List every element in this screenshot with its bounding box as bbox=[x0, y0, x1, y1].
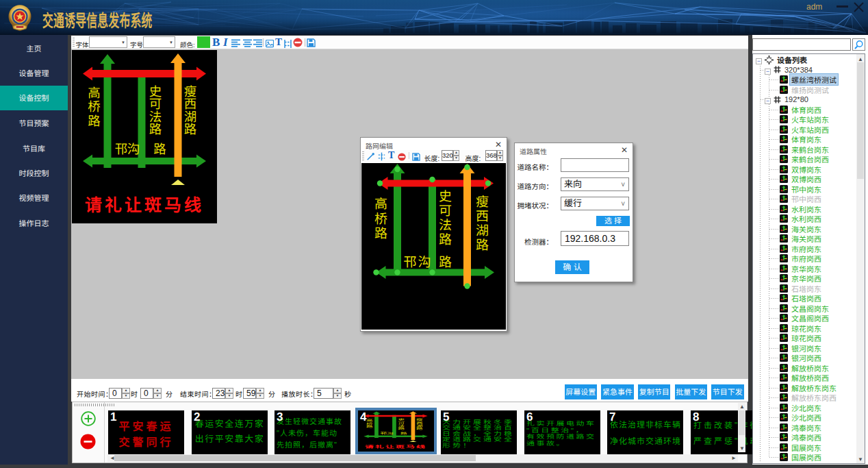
svg-text:路: 路 bbox=[183, 122, 196, 136]
svg-text:湖: 湖 bbox=[476, 223, 489, 238]
svg-text:可: 可 bbox=[439, 204, 452, 218]
svg-text:路: 路 bbox=[400, 432, 407, 435]
svg-text:桥: 桥 bbox=[374, 211, 387, 225]
svg-text:请礼让斑马线: 请礼让斑马线 bbox=[84, 195, 203, 214]
svg-text:路: 路 bbox=[149, 122, 162, 136]
svg-text:桥: 桥 bbox=[88, 99, 101, 114]
svg-text:路: 路 bbox=[476, 238, 489, 252]
svg-text:路: 路 bbox=[374, 226, 387, 241]
svg-text:路: 路 bbox=[153, 142, 166, 156]
svg-text:路: 路 bbox=[366, 425, 373, 428]
svg-text:路: 路 bbox=[439, 232, 452, 247]
svg-text:请礼让斑马线: 请礼让斑马线 bbox=[365, 445, 426, 449]
svg-text:西: 西 bbox=[476, 209, 489, 223]
svg-text:路: 路 bbox=[439, 254, 452, 269]
svg-text:高: 高 bbox=[88, 86, 101, 100]
svg-text:邗: 邗 bbox=[114, 142, 127, 156]
svg-text:路: 路 bbox=[398, 427, 405, 430]
svg-text:高: 高 bbox=[366, 419, 373, 422]
svg-text:沟: 沟 bbox=[127, 142, 140, 156]
svg-text:路: 路 bbox=[88, 114, 101, 128]
svg-text:史: 史 bbox=[439, 189, 452, 204]
svg-text:沟: 沟 bbox=[387, 432, 394, 435]
svg-text:邗: 邗 bbox=[403, 254, 416, 269]
svg-text:法: 法 bbox=[439, 218, 452, 232]
svg-text:邗: 邗 bbox=[381, 432, 387, 435]
svg-text:沟: 沟 bbox=[418, 254, 431, 269]
svg-text:高: 高 bbox=[374, 197, 387, 211]
svg-text:瘦: 瘦 bbox=[476, 195, 489, 209]
svg-text:路: 路 bbox=[416, 427, 423, 430]
svg-text:桥: 桥 bbox=[366, 422, 373, 426]
